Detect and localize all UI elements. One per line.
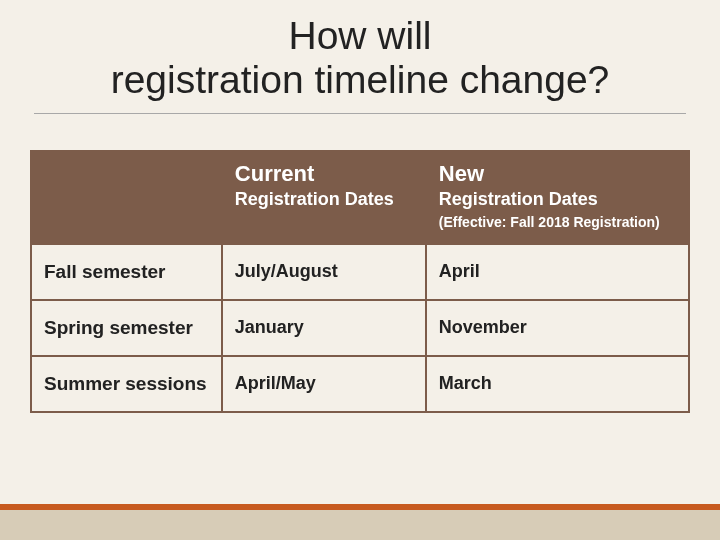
timeline-table: Current Registration Dates New Registrat… (30, 150, 690, 413)
row-new: April (426, 244, 689, 300)
table-row: Spring semester January November (31, 300, 689, 356)
row-label: Spring semester (31, 300, 222, 356)
page-title: How will registration timeline change? (0, 0, 720, 101)
row-current: April/May (222, 356, 426, 412)
table-header-row: Current Registration Dates New Registrat… (31, 151, 689, 244)
header-current-sub: Registration Dates (235, 189, 413, 211)
header-current-main: Current (235, 162, 413, 186)
timeline-table-container: Current Registration Dates New Registrat… (30, 150, 690, 413)
header-new-sub: Registration Dates (439, 189, 676, 211)
title-line-2: registration timeline change? (111, 58, 610, 101)
table-row: Summer sessions April/May March (31, 356, 689, 412)
table-row: Fall semester July/August April (31, 244, 689, 300)
row-new: November (426, 300, 689, 356)
header-current-cell: Current Registration Dates (222, 151, 426, 244)
slide: How will registration timeline change? C… (0, 0, 720, 540)
header-blank-cell (31, 151, 222, 244)
row-label: Summer sessions (31, 356, 222, 412)
title-divider (34, 113, 686, 114)
header-new-main: New (439, 162, 676, 186)
title-line-1: How will (288, 14, 431, 57)
footer-bar (0, 510, 720, 540)
row-current: July/August (222, 244, 426, 300)
row-current: January (222, 300, 426, 356)
header-new-note: (Effective: Fall 2018 Registration) (439, 214, 676, 231)
row-label: Fall semester (31, 244, 222, 300)
row-new: March (426, 356, 689, 412)
header-new-cell: New Registration Dates (Effective: Fall … (426, 151, 689, 244)
